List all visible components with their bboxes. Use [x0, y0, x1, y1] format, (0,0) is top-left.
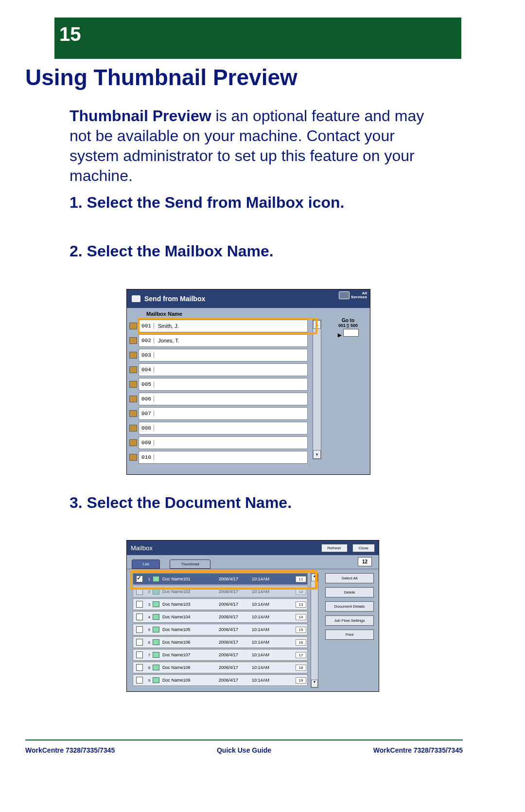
goto-range: 001 ▯ 500 — [331, 323, 365, 328]
scrollbar[interactable]: ▲ ▼ — [311, 573, 318, 688]
mailbox-row[interactable]: 010 — [139, 451, 308, 464]
mailbox-row[interactable]: 007 — [139, 407, 308, 420]
mailbox-row[interactable]: 009 — [139, 436, 308, 449]
step-2: 2. Select the Mailbox Name. — [70, 242, 274, 260]
document-name: Doc Name102 — [161, 589, 211, 594]
mailbox-row[interactable]: 005 — [139, 378, 308, 391]
row-checkbox[interactable] — [136, 601, 143, 608]
document-date: 2006/4/17 — [211, 602, 246, 607]
screenshot-send-from-mailbox: Send from Mailbox All Services Mailbox N… — [126, 289, 370, 475]
mailbox-row[interactable]: 003 — [139, 349, 308, 361]
mailbox-row[interactable]: 006 — [139, 393, 308, 405]
tab-list[interactable]: List — [132, 559, 160, 569]
row-checkbox[interactable] — [136, 576, 143, 582]
document-icon — [153, 665, 159, 670]
document-row[interactable]: 9Doc Name1092006/4/1710:14AM19 — [133, 674, 308, 686]
document-date: 2006/4/17 — [211, 665, 246, 670]
document-pages: 16 — [296, 639, 306, 646]
document-panel: 1Doc Name1012006/4/1710:14AM112Doc Name1… — [127, 569, 379, 692]
row-checkbox[interactable] — [136, 614, 143, 620]
step-1: 1. Select the Send from Mailbox icon. — [70, 194, 344, 212]
window-title: Send from Mailbox — [144, 295, 205, 303]
job-flow-settings-button[interactable]: Job Flow Settings — [325, 615, 374, 626]
document-details-button[interactable]: Document Details — [325, 601, 374, 612]
document-name: Doc Name104 — [161, 614, 211, 619]
folder-icon — [129, 381, 137, 388]
mailbox-row[interactable]: 002Jones, T. — [139, 334, 308, 347]
document-pages: 15 — [296, 627, 306, 633]
mailbox-number: 008 — [139, 425, 154, 431]
footer-left: WorkCentre 7328/7335/7345 — [25, 746, 115, 754]
document-time: 10:14AM — [246, 602, 275, 607]
delete-button[interactable]: Delete — [325, 587, 374, 597]
mailbox-row[interactable]: 001Smith, J. — [139, 320, 308, 332]
all-services-icon — [339, 291, 350, 299]
document-row[interactable]: 8Doc Name1082006/4/1710:14AM18 — [133, 662, 308, 673]
goto-panel: Go to 001 ▯ 500 ▶ — [331, 318, 365, 338]
row-checkbox[interactable] — [136, 651, 143, 658]
mailbox-icon — [132, 295, 140, 302]
document-date: 2006/4/17 — [211, 640, 246, 645]
tab-thumbnail[interactable]: Thumbnail — [170, 559, 210, 569]
row-checkbox[interactable] — [136, 664, 143, 671]
document-row[interactable]: 6Doc Name1062006/4/1710:14AM16 — [133, 636, 308, 648]
all-services-button[interactable]: All Services — [339, 291, 367, 300]
mailbox-row[interactable]: 008 — [139, 422, 308, 434]
header-accent — [25, 18, 54, 59]
document-pages: 14 — [296, 614, 306, 620]
intro-paragraph: Thumbnail Preview is an optional feature… — [70, 106, 444, 186]
document-date: 2006/4/17 — [211, 652, 246, 657]
print-button[interactable]: Print — [325, 630, 374, 640]
document-row[interactable]: 5Doc Name1052006/4/1710:14AM15 — [133, 624, 308, 635]
folder-icon — [129, 337, 137, 344]
row-checkbox[interactable] — [136, 677, 143, 684]
row-index: 1 — [146, 577, 153, 581]
side-actions: Select All Delete Document Details Job F… — [325, 573, 374, 640]
document-date: 2006/4/17 — [211, 614, 246, 619]
document-date: 2006/4/17 — [211, 627, 246, 632]
document-row[interactable]: 2Doc Name1022006/4/1710:14AM12 — [133, 586, 308, 597]
row-index: 7 — [146, 653, 153, 657]
document-row[interactable]: 1Doc Name1012006/4/1710:14AM11 — [133, 573, 308, 585]
document-row[interactable]: 3Doc Name1032006/4/1710:14AM13 — [133, 598, 308, 610]
goto-input[interactable] — [343, 329, 359, 337]
document-row[interactable]: 4Doc Name1042006/4/1710:14AM14 — [133, 611, 308, 623]
refresh-button[interactable]: Refresh — [321, 544, 348, 552]
scroll-down-icon[interactable]: ▼ — [311, 680, 318, 687]
page-title: Using Thumbnail Preview — [25, 64, 298, 90]
folder-icon — [129, 425, 137, 432]
document-icon — [153, 576, 159, 582]
scroll-down-icon[interactable]: ▼ — [313, 450, 321, 459]
document-date: 2006/4/17 — [211, 577, 246, 581]
document-name: Doc Name101 — [161, 577, 211, 581]
row-checkbox[interactable] — [136, 639, 143, 646]
goto-arrow-icon: ▶ — [338, 332, 342, 338]
mailbox-number: 005 — [139, 381, 154, 387]
close-button[interactable]: Close — [352, 544, 375, 552]
header-bar — [25, 18, 461, 59]
row-checkbox[interactable] — [136, 588, 143, 595]
mailbox-number: 003 — [139, 352, 154, 358]
window-titlebar: Mailbox Refresh Close — [127, 541, 379, 555]
screenshot-mailbox-documents: Mailbox Refresh Close List Thumbnail 12 … — [126, 540, 379, 692]
document-time: 10:14AM — [246, 627, 275, 632]
footer-right: WorkCentre 7328/7335/7345 — [373, 746, 463, 754]
mailbox-row[interactable]: 004 — [139, 363, 308, 376]
document-date: 2006/4/17 — [211, 678, 246, 683]
document-row[interactable]: 7Doc Name1072006/4/1710:14AM17 — [133, 649, 308, 661]
document-icon — [153, 589, 159, 595]
document-name: Doc Name109 — [161, 678, 211, 683]
scrollbar[interactable]: ▲ ▼ — [313, 320, 321, 459]
select-all-button[interactable]: Select All — [325, 573, 374, 583]
mailbox-list-panel: Mailbox Name 001Smith, J.002Jones, T.003… — [127, 308, 370, 474]
row-index: 4 — [146, 615, 153, 619]
window-titlebar: Send from Mailbox All Services — [127, 289, 370, 308]
row-checkbox[interactable] — [136, 626, 143, 633]
mailbox-number: 009 — [139, 440, 154, 446]
scroll-up-icon[interactable]: ▲ — [313, 320, 321, 329]
document-icon — [153, 652, 159, 658]
document-pages: 19 — [296, 677, 306, 684]
document-pages: 11 — [296, 576, 306, 582]
mailbox-name: Jones, T. — [154, 338, 307, 343]
scroll-up-icon[interactable]: ▲ — [311, 574, 318, 581]
